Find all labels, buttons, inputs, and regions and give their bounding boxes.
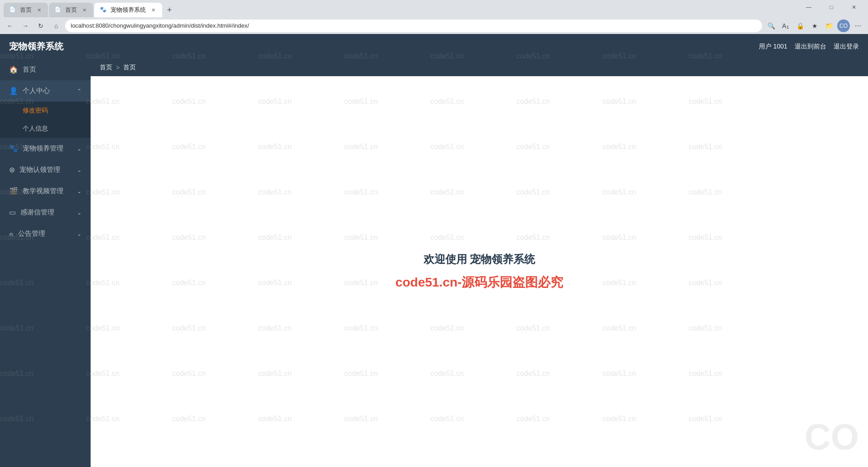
app-logo: 宠物领养系统: [9, 40, 63, 53]
minimize-button[interactable]: —: [798, 0, 819, 15]
translate-icon[interactable]: A₁: [779, 19, 792, 32]
tab-favicon-tab1: 📄: [9, 6, 16, 14]
watermark-text: code51.cn: [344, 97, 378, 106]
shield-icon[interactable]: 🔒: [794, 19, 806, 32]
home-nav-button[interactable]: ⌂: [50, 19, 63, 32]
watermark-text: code51.cn: [258, 279, 292, 287]
paw-icon: 🐾: [9, 144, 18, 153]
watermark-text: code51.cn: [603, 143, 636, 151]
sidebar-item-video-label: 教学视频管理: [23, 187, 63, 195]
header-actions: 用户 1001 退出到前台 退出登录: [759, 43, 859, 51]
chevron-down-icon-4: ⌄: [77, 209, 82, 216]
letter-icon: ▭: [9, 208, 16, 217]
watermark-text: code51.cn: [258, 234, 292, 242]
personal-info-label: 个人信息: [23, 125, 48, 133]
sidebar-item-video-manage[interactable]: 🎬 教学视频管理 ⌄: [0, 180, 91, 202]
watermark-text: code51.cn: [91, 279, 120, 287]
tab-close-tab3[interactable]: ✕: [149, 6, 157, 14]
sidebar-subitem-change-password[interactable]: 修改密码: [0, 102, 91, 120]
sidebar-item-pet-manage[interactable]: 🐾 宠物领养管理 ⌄: [0, 138, 91, 159]
breadcrumb-home-link[interactable]: 首页: [100, 63, 112, 72]
forward-button[interactable]: →: [19, 19, 32, 32]
breadcrumb-current: 首页: [123, 63, 136, 72]
watermark-text: code51.cn: [91, 143, 120, 151]
chevron-down-icon-3: ⌄: [77, 188, 82, 195]
watermark-text: code51.cn: [91, 97, 120, 106]
sidebar-item-personal[interactable]: 👤 个人中心 ⌃: [0, 80, 91, 102]
content-area: 首页 > 首页 code51.cncode51.cncode51.cncode5…: [91, 59, 868, 467]
watermark-text: code51.cn: [344, 234, 378, 242]
watermark-text: code51.cn: [172, 370, 206, 378]
chevron-down-icon-1: ⌄: [77, 146, 82, 152]
profile-icon[interactable]: CO: [837, 19, 850, 32]
refresh-button[interactable]: ↻: [34, 19, 47, 32]
search-icon[interactable]: 🔍: [765, 19, 777, 32]
tab-tab3[interactable]: 🐾 宠物领养系统 ✕: [94, 3, 162, 17]
watermark-text: code51.cn: [258, 188, 292, 196]
watermark-text: code51.cn: [344, 143, 378, 151]
video-icon: 🎬: [9, 187, 18, 195]
sidebar-item-home-label: 首页: [23, 65, 36, 74]
watermark-text: code51.cn: [516, 370, 550, 378]
watermark-notice: code51.cn-源码乐园盗图必究: [395, 274, 563, 291]
welcome-title: 欢迎使用 宠物领养系统: [424, 252, 535, 267]
watermark-text: code51.cn: [430, 143, 464, 151]
breadcrumb-separator: >: [116, 64, 120, 71]
watermark-text: code51.cn: [430, 97, 464, 106]
watermark-text: code51.cn: [172, 97, 206, 106]
address-bar-input[interactable]: [65, 19, 762, 32]
watermark-text: code51.cn: [430, 324, 464, 332]
breadcrumb: 首页 > 首页: [91, 59, 868, 76]
watermark-text: code51.cn: [172, 234, 206, 242]
user-label: 用户 1001: [759, 43, 787, 51]
tab-close-tab1[interactable]: ✕: [35, 6, 43, 14]
watermark-text: code51.cn: [689, 279, 722, 287]
watermark-text: code51.cn: [344, 415, 378, 423]
maximize-button[interactable]: □: [821, 0, 842, 15]
more-icon[interactable]: ⋯: [852, 19, 864, 32]
collections-icon[interactable]: 📁: [823, 19, 835, 32]
welcome-section: 欢迎使用 宠物领养系统 code51.cn-源码乐园盗图必究: [395, 252, 563, 291]
co-badge: CO: [805, 416, 859, 458]
watermark-text: code51.cn: [91, 234, 120, 242]
notice-icon: ⍝: [9, 230, 14, 238]
close-button[interactable]: ✕: [844, 0, 864, 15]
tab-tab2[interactable]: 📄 首页 ✕: [49, 3, 93, 17]
sidebar-subitem-personal-info[interactable]: 个人信息: [0, 120, 91, 138]
watermark-text: code51.cn: [344, 188, 378, 196]
watermark-text: code51.cn: [430, 415, 464, 423]
change-password-label: 修改密码: [23, 107, 48, 115]
watermark-text: code51.cn: [603, 324, 636, 332]
sidebar-item-thanks-label: 感谢信管理: [20, 208, 54, 217]
watermark-text: code51.cn: [344, 279, 378, 287]
sidebar-item-notice-manage[interactable]: ⍝ 公告管理 ⌄: [0, 223, 91, 244]
page-content: code51.cncode51.cncode51.cncode51.cncode…: [91, 76, 868, 467]
personal-submenu: 修改密码 个人信息: [0, 102, 91, 138]
sidebar-item-home[interactable]: 🏠 首页: [0, 59, 91, 80]
chevron-down-icon-5: ⌄: [77, 231, 82, 237]
watermark-text: code51.cn: [430, 370, 464, 378]
watermark-text: code51.cn: [603, 188, 636, 196]
back-to-front-button[interactable]: 退出到前台: [795, 43, 826, 51]
sidebar-item-thanks-manage[interactable]: ▭ 感谢信管理 ⌄: [0, 202, 91, 223]
sidebar-item-adoption-manage[interactable]: ⊛ 宠物认领管理 ⌄: [0, 159, 91, 180]
watermark-text: code51.cn: [516, 234, 550, 242]
watermark-text: code51.cn: [516, 97, 550, 106]
tab-close-tab2[interactable]: ✕: [81, 6, 88, 14]
tab-label-tab2: 首页: [65, 6, 77, 14]
sidebar-item-adoption-label: 宠物认领管理: [19, 165, 60, 174]
back-button[interactable]: ←: [4, 19, 16, 32]
watermark-text: code51.cn: [172, 324, 206, 332]
sidebar-item-personal-label: 个人中心: [23, 87, 50, 95]
favorites-icon[interactable]: ★: [808, 19, 821, 32]
watermark-text: code51.cn: [344, 324, 378, 332]
watermark-text: code51.cn: [91, 188, 120, 196]
tab-favicon-tab3: 🐾: [100, 6, 107, 14]
chevron-down-icon-2: ⌄: [77, 167, 82, 173]
tab-tab1[interactable]: 📄 首页 ✕: [4, 3, 48, 17]
logout-button[interactable]: 退出登录: [834, 43, 859, 51]
tab-label-tab1: 首页: [20, 6, 32, 14]
new-tab-button[interactable]: +: [163, 4, 176, 16]
tab-favicon-tab2: 📄: [54, 6, 62, 14]
watermark-text: code51.cn: [344, 370, 378, 378]
